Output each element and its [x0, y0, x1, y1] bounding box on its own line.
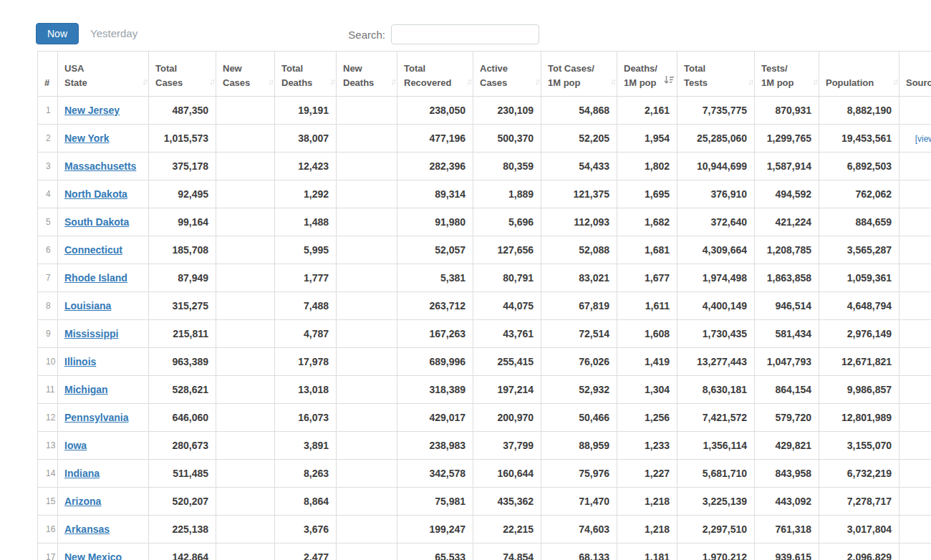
- column-header-usa-state[interactable]: USA State↓↑: [58, 52, 149, 97]
- population-cell: 3,565,287: [819, 236, 899, 264]
- state-cell: Mississippi: [58, 320, 149, 348]
- state-link[interactable]: Arkansas: [64, 523, 110, 535]
- state-cell: New York: [58, 125, 149, 153]
- new-cases-cell: [216, 320, 275, 348]
- new-deaths-cell: [337, 180, 397, 208]
- tot-cases-1m-cell: 54,868: [541, 97, 617, 125]
- sort-both-icon: ↓↑: [812, 75, 816, 88]
- state-cell: Pennsylvania: [58, 404, 149, 432]
- total-tests-cell: 4,400,149: [677, 292, 755, 320]
- deaths-1m-cell: 1,677: [617, 264, 677, 292]
- total-cases-cell: 99,164: [149, 208, 216, 236]
- table-row: 17New Mexico142,8642,47765,53374,85468,1…: [38, 544, 931, 560]
- tot-cases-1m-cell: 52,932: [541, 376, 617, 404]
- column-header-deaths-1m-pop[interactable]: Deaths/ 1M pop: [617, 52, 677, 97]
- state-cell: Rhode Island: [58, 264, 149, 292]
- state-link[interactable]: New Mexico: [64, 551, 122, 560]
- state-cell: Connecticut: [58, 236, 149, 264]
- rank-cell: 1: [38, 97, 58, 125]
- column-header-total-cases[interactable]: Total Cases↓↑: [149, 52, 216, 97]
- state-link[interactable]: Massachusetts: [64, 160, 136, 172]
- state-link[interactable]: New Jersey: [64, 105, 120, 116]
- active-cases-cell: 22,215: [473, 516, 541, 544]
- new-cases-cell: [216, 516, 275, 544]
- deaths-1m-cell: 1,304: [617, 376, 677, 404]
- state-link[interactable]: Indiana: [64, 468, 100, 479]
- column-header-new-cases[interactable]: New Cases↓↑: [216, 52, 275, 97]
- new-cases-cell: [216, 544, 275, 560]
- table-row: 7Rhode Island87,9491,7775,38180,79183,02…: [38, 264, 931, 292]
- source-cell: [899, 404, 931, 432]
- total-deaths-cell: 13,018: [275, 376, 337, 404]
- column-header-active-cases[interactable]: Active Cases↓↑: [473, 52, 541, 97]
- usa-states-table: #USA State↓↑Total Cases↓↑New Cases↓↑Tota…: [37, 51, 931, 560]
- total-deaths-cell: 3,891: [275, 432, 337, 460]
- state-cell: Louisiana: [58, 292, 149, 320]
- tot-cases-1m-cell: 75,976: [541, 460, 617, 488]
- total-cases-cell: 87,949: [149, 264, 216, 292]
- total-tests-cell: 376,910: [677, 180, 755, 208]
- total-tests-cell: 4,309,664: [677, 236, 755, 264]
- state-link[interactable]: New York: [64, 132, 110, 144]
- tot-cases-1m-cell: 52,205: [541, 125, 617, 153]
- state-link[interactable]: Iowa: [64, 440, 87, 451]
- view-source-link[interactable]: [view]: [915, 134, 931, 144]
- total-tests-cell: 1,356,114: [677, 432, 755, 460]
- state-link[interactable]: Illinois: [64, 356, 96, 367]
- tests-1m-cell: 1,208,785: [755, 236, 819, 264]
- state-link[interactable]: Pennsylvania: [64, 412, 129, 423]
- column-header-population[interactable]: Population↓↑: [819, 52, 899, 97]
- state-link[interactable]: Michigan: [64, 384, 108, 395]
- total-cases-cell: 225,138: [149, 516, 216, 544]
- source-cell: [899, 153, 931, 180]
- tot-cases-1m-cell: 88,959: [541, 432, 617, 460]
- column-header-tests-1m-pop[interactable]: Tests/ 1M pop↓↑: [755, 52, 819, 97]
- state-cell: Arkansas: [58, 516, 149, 544]
- sort-both-icon: ↓↑: [610, 75, 614, 88]
- active-cases-cell: 200,970: [473, 404, 541, 432]
- column-header-total-deaths[interactable]: Total Deaths↓↑: [275, 52, 337, 97]
- state-link[interactable]: South Dakota: [64, 216, 129, 228]
- state-link[interactable]: Mississippi: [64, 328, 118, 339]
- total-recovered-cell: 52,057: [397, 236, 473, 264]
- state-cell: New Mexico: [58, 544, 149, 560]
- new-cases-cell: [216, 404, 275, 432]
- tests-1m-cell: 946,514: [755, 292, 819, 320]
- tests-1m-cell: 443,092: [755, 488, 819, 516]
- column-header-new-deaths[interactable]: New Deaths↓↑: [337, 52, 397, 97]
- active-cases-cell: 230,109: [473, 97, 541, 125]
- table-row: 10Illinois963,38917,978689,996255,41576,…: [38, 348, 931, 376]
- table-row: 15Arizona520,2078,86475,981435,36271,470…: [38, 488, 931, 516]
- tot-cases-1m-cell: 52,088: [541, 236, 617, 264]
- active-cases-cell: 43,761: [473, 320, 541, 348]
- total-tests-cell: 25,285,060: [677, 125, 755, 153]
- state-link[interactable]: Louisiana: [64, 300, 111, 312]
- state-link[interactable]: Connecticut: [64, 244, 122, 256]
- table-row: 13Iowa280,6733,891238,98337,79988,9591,2…: [38, 432, 931, 460]
- column-header-total-tests[interactable]: Total Tests↓↑: [677, 52, 755, 97]
- population-cell: 762,062: [819, 180, 899, 208]
- search-input[interactable]: [391, 24, 539, 44]
- active-cases-cell: 44,075: [473, 292, 541, 320]
- state-link[interactable]: Rhode Island: [64, 272, 127, 284]
- total-deaths-cell: 12,423: [275, 153, 337, 180]
- tot-cases-1m-cell: 76,026: [541, 348, 617, 376]
- table-row: 3Massachusetts375,17812,423282,39680,359…: [38, 153, 931, 180]
- population-cell: 6,892,503: [819, 153, 899, 180]
- state-link[interactable]: Arizona: [64, 496, 101, 507]
- total-tests-cell: 372,640: [677, 208, 755, 236]
- source-cell: [899, 292, 931, 320]
- column-header-total-recovered[interactable]: Total Recovered↓↑: [397, 52, 473, 97]
- search-area: Search:: [0, 24, 539, 44]
- state-link[interactable]: North Dakota: [64, 188, 127, 200]
- table-row: 2New York1,015,57338,007477,196500,37052…: [38, 125, 931, 153]
- new-cases-cell: [216, 97, 275, 125]
- new-deaths-cell: [337, 292, 397, 320]
- new-cases-cell: [216, 208, 275, 236]
- sort-both-icon: ↓↑: [390, 75, 395, 88]
- rank-cell: 2: [38, 125, 58, 153]
- column-header-tot-cases-1m-pop[interactable]: Tot Cases/ 1M pop↓↑: [541, 52, 617, 97]
- new-deaths-cell: [337, 125, 397, 153]
- total-deaths-cell: 1,292: [275, 180, 337, 208]
- new-deaths-cell: [337, 236, 397, 264]
